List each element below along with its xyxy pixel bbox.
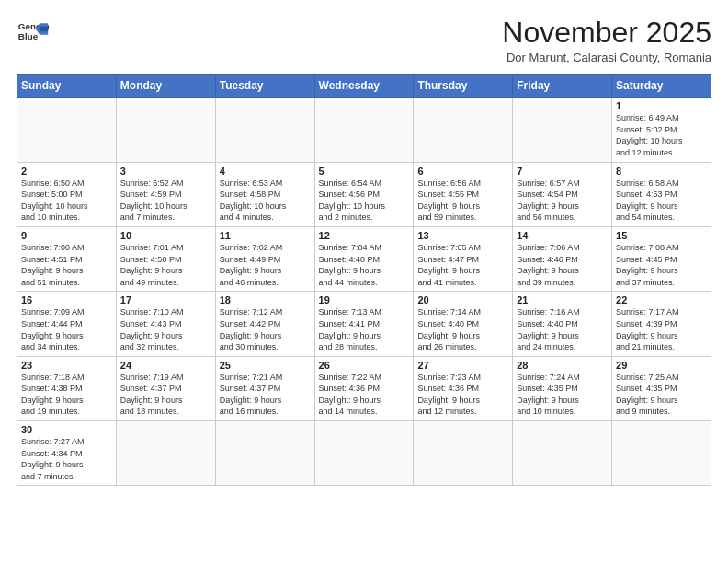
col-header-monday: Monday xyxy=(116,75,215,98)
day-cell: 30Sunrise: 7:27 AM Sunset: 4:34 PM Dayli… xyxy=(17,421,117,486)
header-row: SundayMondayTuesdayWednesdayThursdayFrid… xyxy=(17,75,711,98)
day-cell: 23Sunrise: 7:18 AM Sunset: 4:38 PM Dayli… xyxy=(17,356,117,420)
svg-text:Blue: Blue xyxy=(18,31,39,41)
day-number: 30 xyxy=(21,424,112,435)
day-info: Sunrise: 7:25 AM Sunset: 4:35 PM Dayligh… xyxy=(616,372,707,418)
day-cell xyxy=(513,98,612,162)
day-info: Sunrise: 7:17 AM Sunset: 4:39 PM Dayligh… xyxy=(616,306,707,352)
day-cell: 19Sunrise: 7:13 AM Sunset: 4:41 PM Dayli… xyxy=(314,292,414,356)
day-cell: 8Sunrise: 6:58 AM Sunset: 4:53 PM Daylig… xyxy=(612,162,711,226)
day-info: Sunrise: 7:01 AM Sunset: 4:50 PM Dayligh… xyxy=(120,242,211,288)
day-info: Sunrise: 7:06 AM Sunset: 4:46 PM Dayligh… xyxy=(517,242,608,288)
day-cell: 28Sunrise: 7:24 AM Sunset: 4:35 PM Dayli… xyxy=(513,356,612,420)
day-info: Sunrise: 7:22 AM Sunset: 4:36 PM Dayligh… xyxy=(319,372,410,418)
col-header-wednesday: Wednesday xyxy=(314,75,414,98)
day-cell xyxy=(17,98,117,162)
week-row-4: 16Sunrise: 7:09 AM Sunset: 4:44 PM Dayli… xyxy=(17,292,711,356)
day-cell xyxy=(215,98,314,162)
day-number: 22 xyxy=(616,294,707,305)
day-number: 3 xyxy=(120,166,211,177)
logo-icon: General Blue xyxy=(17,17,50,50)
day-number: 20 xyxy=(417,294,508,305)
day-cell xyxy=(314,98,414,162)
day-number: 28 xyxy=(517,360,608,371)
day-cell: 6Sunrise: 6:56 AM Sunset: 4:55 PM Daylig… xyxy=(414,162,513,226)
day-cell: 4Sunrise: 6:53 AM Sunset: 4:58 PM Daylig… xyxy=(215,162,314,226)
day-cell xyxy=(314,421,414,486)
day-info: Sunrise: 7:18 AM Sunset: 4:38 PM Dayligh… xyxy=(21,372,112,418)
day-number: 9 xyxy=(21,230,112,241)
day-cell: 18Sunrise: 7:12 AM Sunset: 4:42 PM Dayli… xyxy=(215,292,314,356)
day-info: Sunrise: 6:52 AM Sunset: 4:59 PM Dayligh… xyxy=(120,178,211,224)
day-info: Sunrise: 7:21 AM Sunset: 4:37 PM Dayligh… xyxy=(220,372,311,418)
day-number: 27 xyxy=(417,360,508,371)
day-cell: 12Sunrise: 7:04 AM Sunset: 4:48 PM Dayli… xyxy=(314,226,414,291)
day-cell xyxy=(215,421,314,486)
day-info: Sunrise: 6:50 AM Sunset: 5:00 PM Dayligh… xyxy=(21,178,112,224)
day-info: Sunrise: 7:19 AM Sunset: 4:37 PM Dayligh… xyxy=(120,372,211,418)
day-cell: 5Sunrise: 6:54 AM Sunset: 4:56 PM Daylig… xyxy=(314,162,414,226)
day-info: Sunrise: 7:08 AM Sunset: 4:45 PM Dayligh… xyxy=(616,242,707,288)
week-row-2: 2Sunrise: 6:50 AM Sunset: 5:00 PM Daylig… xyxy=(17,162,711,226)
day-info: Sunrise: 7:24 AM Sunset: 4:35 PM Dayligh… xyxy=(517,372,608,418)
day-number: 7 xyxy=(517,166,608,177)
day-cell: 22Sunrise: 7:17 AM Sunset: 4:39 PM Dayli… xyxy=(612,292,711,356)
col-header-tuesday: Tuesday xyxy=(215,75,314,98)
day-info: Sunrise: 7:02 AM Sunset: 4:49 PM Dayligh… xyxy=(220,242,311,288)
day-number: 16 xyxy=(21,294,112,305)
day-cell: 25Sunrise: 7:21 AM Sunset: 4:37 PM Dayli… xyxy=(215,356,314,420)
col-header-sunday: Sunday xyxy=(17,75,117,98)
day-info: Sunrise: 7:12 AM Sunset: 4:42 PM Dayligh… xyxy=(220,306,311,352)
header: General Blue November 2025 Dor Marunt, C… xyxy=(17,17,711,64)
day-number: 17 xyxy=(120,294,211,305)
calendar: SundayMondayTuesdayWednesdayThursdayFrid… xyxy=(17,74,711,486)
day-number: 14 xyxy=(517,230,608,241)
day-cell xyxy=(116,421,215,486)
day-cell: 15Sunrise: 7:08 AM Sunset: 4:45 PM Dayli… xyxy=(612,226,711,291)
day-number: 12 xyxy=(319,230,410,241)
day-cell xyxy=(414,98,513,162)
day-number: 29 xyxy=(616,360,707,371)
day-info: Sunrise: 6:57 AM Sunset: 4:54 PM Dayligh… xyxy=(517,178,608,224)
day-cell: 10Sunrise: 7:01 AM Sunset: 4:50 PM Dayli… xyxy=(116,226,215,291)
title-block: November 2025 Dor Marunt, Calarasi Count… xyxy=(502,17,711,64)
day-cell: 3Sunrise: 6:52 AM Sunset: 4:59 PM Daylig… xyxy=(116,162,215,226)
day-number: 21 xyxy=(517,294,608,305)
subtitle: Dor Marunt, Calarasi County, Romania xyxy=(502,51,711,64)
day-cell: 29Sunrise: 7:25 AM Sunset: 4:35 PM Dayli… xyxy=(612,356,711,420)
day-number: 2 xyxy=(21,166,112,177)
day-cell: 16Sunrise: 7:09 AM Sunset: 4:44 PM Dayli… xyxy=(17,292,117,356)
day-cell: 11Sunrise: 7:02 AM Sunset: 4:49 PM Dayli… xyxy=(215,226,314,291)
day-number: 13 xyxy=(417,230,508,241)
day-cell: 20Sunrise: 7:14 AM Sunset: 4:40 PM Dayli… xyxy=(414,292,513,356)
day-cell: 26Sunrise: 7:22 AM Sunset: 4:36 PM Dayli… xyxy=(314,356,414,420)
day-number: 8 xyxy=(616,166,707,177)
day-cell: 24Sunrise: 7:19 AM Sunset: 4:37 PM Dayli… xyxy=(116,356,215,420)
day-info: Sunrise: 6:49 AM Sunset: 5:02 PM Dayligh… xyxy=(616,112,707,158)
day-info: Sunrise: 6:58 AM Sunset: 4:53 PM Dayligh… xyxy=(616,178,707,224)
day-number: 15 xyxy=(616,230,707,241)
day-cell xyxy=(513,421,612,486)
day-cell: 7Sunrise: 6:57 AM Sunset: 4:54 PM Daylig… xyxy=(513,162,612,226)
day-number: 1 xyxy=(616,100,707,111)
day-info: Sunrise: 7:10 AM Sunset: 4:43 PM Dayligh… xyxy=(120,306,211,352)
day-info: Sunrise: 7:05 AM Sunset: 4:47 PM Dayligh… xyxy=(417,242,508,288)
day-cell: 14Sunrise: 7:06 AM Sunset: 4:46 PM Dayli… xyxy=(513,226,612,291)
day-cell: 1Sunrise: 6:49 AM Sunset: 5:02 PM Daylig… xyxy=(612,98,711,162)
day-info: Sunrise: 7:09 AM Sunset: 4:44 PM Dayligh… xyxy=(21,306,112,352)
month-title: November 2025 xyxy=(502,17,711,49)
day-info: Sunrise: 7:14 AM Sunset: 4:40 PM Dayligh… xyxy=(417,306,508,352)
day-number: 10 xyxy=(120,230,211,241)
week-row-5: 23Sunrise: 7:18 AM Sunset: 4:38 PM Dayli… xyxy=(17,356,711,420)
week-row-3: 9Sunrise: 7:00 AM Sunset: 4:51 PM Daylig… xyxy=(17,226,711,291)
day-info: Sunrise: 7:13 AM Sunset: 4:41 PM Dayligh… xyxy=(319,306,410,352)
day-cell: 13Sunrise: 7:05 AM Sunset: 4:47 PM Dayli… xyxy=(414,226,513,291)
day-cell: 27Sunrise: 7:23 AM Sunset: 4:36 PM Dayli… xyxy=(414,356,513,420)
day-info: Sunrise: 6:54 AM Sunset: 4:56 PM Dayligh… xyxy=(319,178,410,224)
day-info: Sunrise: 7:16 AM Sunset: 4:40 PM Dayligh… xyxy=(517,306,608,352)
day-info: Sunrise: 7:27 AM Sunset: 4:34 PM Dayligh… xyxy=(21,436,112,482)
day-cell: 21Sunrise: 7:16 AM Sunset: 4:40 PM Dayli… xyxy=(513,292,612,356)
col-header-thursday: Thursday xyxy=(414,75,513,98)
day-number: 24 xyxy=(120,360,211,371)
day-cell xyxy=(116,98,215,162)
